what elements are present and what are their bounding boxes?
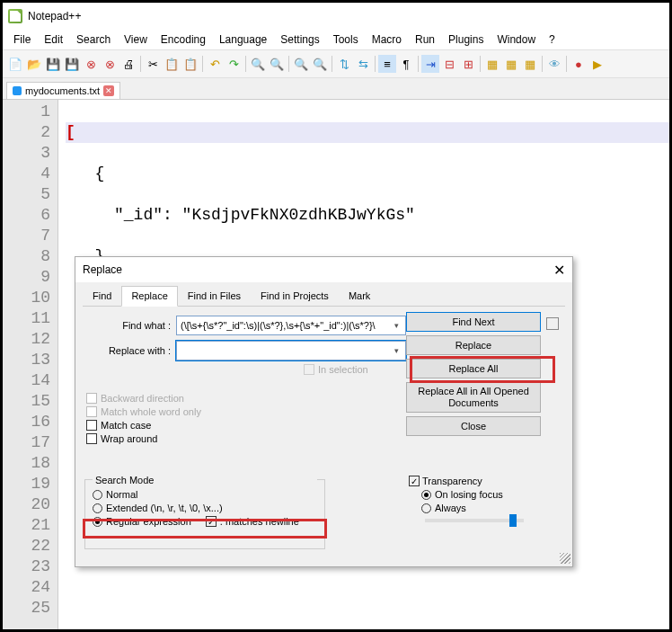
- replace-all-docs-button[interactable]: Replace All in All Opened Documents: [406, 382, 541, 413]
- replace-with-label: Replace with :: [83, 345, 176, 356]
- menu-view[interactable]: View: [119, 31, 153, 48]
- redo-icon[interactable]: ↷: [225, 55, 243, 73]
- transparency-group: ✓Transparency On losing focus Always: [409, 476, 561, 522]
- chevron-down-icon[interactable]: ▾: [389, 343, 403, 358]
- save-icon[interactable]: 💾: [44, 55, 62, 73]
- menu-window[interactable]: Window: [491, 31, 541, 48]
- closeall-icon[interactable]: ⊗: [101, 55, 119, 73]
- replace-with-input[interactable]: ▾: [176, 341, 406, 361]
- search-mode-group: Search Mode Normal Extended (\n, \r, \t,…: [84, 479, 325, 549]
- toolbar: 📄 📂 💾 💾 ⊗ ⊗ 🖨 ✂ 📋 📋 ↶ ↷ 🔍 🔍 🔍 🔍 ⇅ ⇆ ≡ ¶ …: [3, 49, 669, 78]
- match-case-checkbox[interactable]: Match case: [86, 420, 201, 431]
- menu-encoding[interactable]: Encoding: [155, 31, 211, 48]
- backward-checkbox: Backward direction: [86, 393, 201, 404]
- find-what-label: Find what :: [83, 320, 176, 331]
- menu-help[interactable]: ?: [544, 31, 561, 48]
- tab-find[interactable]: Find: [83, 286, 121, 306]
- search-mode-legend: Search Mode: [93, 475, 317, 485]
- dialog-title: Replace: [83, 263, 122, 276]
- find-icon[interactable]: 🔍: [249, 55, 267, 73]
- saveall-icon[interactable]: 💾: [63, 55, 81, 73]
- print-icon[interactable]: 🖨: [119, 55, 137, 73]
- doc3-icon[interactable]: ▦: [521, 55, 539, 73]
- tab-find-in-files[interactable]: Find in Files: [178, 286, 251, 306]
- file-status-icon: [13, 86, 22, 95]
- menu-plugins[interactable]: Plugins: [443, 31, 489, 48]
- mode-normal-radio[interactable]: Normal: [93, 489, 317, 500]
- doc1-icon[interactable]: ▦: [483, 55, 501, 73]
- replace-icon[interactable]: 🔍: [268, 55, 286, 73]
- monitor-icon[interactable]: 👁: [545, 55, 563, 73]
- replace-all-button[interactable]: Replace All: [406, 359, 541, 378]
- wrap-around-checkbox[interactable]: Wrap around: [86, 433, 201, 444]
- find-next-button[interactable]: Find Next: [406, 312, 541, 332]
- chevron-down-icon[interactable]: ▾: [389, 318, 403, 333]
- dialog-close-icon[interactable]: ✕: [553, 262, 565, 279]
- sync2-icon[interactable]: ⇆: [354, 55, 372, 73]
- allchars-icon[interactable]: ¶: [397, 55, 415, 73]
- menu-macro[interactable]: Macro: [367, 31, 407, 48]
- undo-icon[interactable]: ↶: [206, 55, 224, 73]
- indent-icon[interactable]: ⇥: [421, 55, 439, 73]
- doc2-icon[interactable]: ▦: [502, 55, 520, 73]
- close-icon[interactable]: ⊗: [82, 55, 100, 73]
- dialog-titlebar: Replace ✕: [75, 257, 572, 282]
- record-icon[interactable]: ●: [570, 55, 588, 73]
- in-selection-checkbox: In selection: [304, 364, 368, 375]
- copy-icon[interactable]: 📋: [163, 55, 181, 73]
- file-tab[interactable]: mydocuments.txt ✕: [6, 82, 120, 99]
- tab-find-in-projects[interactable]: Find in Projects: [251, 286, 339, 306]
- paste-icon[interactable]: 📋: [181, 55, 199, 73]
- unfold-icon[interactable]: ⊞: [459, 55, 477, 73]
- menu-file[interactable]: File: [8, 31, 36, 48]
- menu-language[interactable]: Language: [214, 31, 272, 48]
- line-gutter: 1234567891011121314151617181920212223242…: [3, 100, 58, 629]
- titlebar: Notepad++: [3, 3, 669, 30]
- find-what-input[interactable]: (\[\s+{\s*?"_id":\s)|(\s*?},\s+{\s*+"_id…: [176, 316, 406, 335]
- document-tabs: mydocuments.txt ✕: [3, 78, 669, 100]
- tab-replace[interactable]: Replace: [121, 286, 177, 307]
- zoomout-icon[interactable]: 🔍: [311, 55, 329, 73]
- menu-tools[interactable]: Tools: [328, 31, 364, 48]
- close-button[interactable]: Close: [406, 416, 541, 436]
- menubar: File Edit Search View Encoding Language …: [3, 30, 669, 49]
- wrap-icon[interactable]: ≡: [378, 55, 396, 73]
- cut-icon[interactable]: ✂: [144, 55, 162, 73]
- resize-grip-icon[interactable]: [560, 553, 570, 564]
- open-icon[interactable]: 📂: [25, 55, 43, 73]
- app-icon: [8, 9, 22, 23]
- dotall-checkbox[interactable]: ✓: [206, 516, 217, 527]
- zoomin-icon[interactable]: 🔍: [292, 55, 310, 73]
- file-tab-label: mydocuments.txt: [25, 85, 100, 96]
- mode-extended-radio[interactable]: Extended (\n, \r, \t, \0, \x...): [93, 503, 317, 513]
- fold-icon[interactable]: ⊟: [440, 55, 458, 73]
- trans-always-radio[interactable]: Always: [421, 503, 561, 513]
- new-icon[interactable]: 📄: [6, 55, 24, 73]
- transparency-checkbox[interactable]: ✓: [409, 476, 420, 486]
- find-next-wrap-checkbox[interactable]: [546, 317, 559, 330]
- sync-icon[interactable]: ⇅: [335, 55, 353, 73]
- transparency-slider[interactable]: [425, 519, 524, 522]
- tab-close-icon[interactable]: ✕: [103, 85, 114, 96]
- whole-word-checkbox: Match whole word only: [86, 406, 201, 417]
- menu-search[interactable]: Search: [71, 31, 116, 48]
- menu-run[interactable]: Run: [410, 31, 440, 48]
- replace-dialog: Replace ✕ Find Replace Find in Files Fin…: [75, 256, 573, 567]
- replace-button[interactable]: Replace: [406, 335, 541, 355]
- app-title: Notepad++: [28, 10, 81, 22]
- tab-mark[interactable]: Mark: [339, 286, 380, 306]
- menu-settings[interactable]: Settings: [275, 31, 324, 48]
- play-icon[interactable]: ▶: [588, 55, 606, 73]
- menu-edit[interactable]: Edit: [39, 31, 68, 48]
- trans-losing-radio[interactable]: On losing focus: [421, 489, 561, 500]
- mode-regex-radio[interactable]: [93, 517, 102, 527]
- dialog-tabs: Find Replace Find in Files Find in Proje…: [83, 286, 565, 307]
